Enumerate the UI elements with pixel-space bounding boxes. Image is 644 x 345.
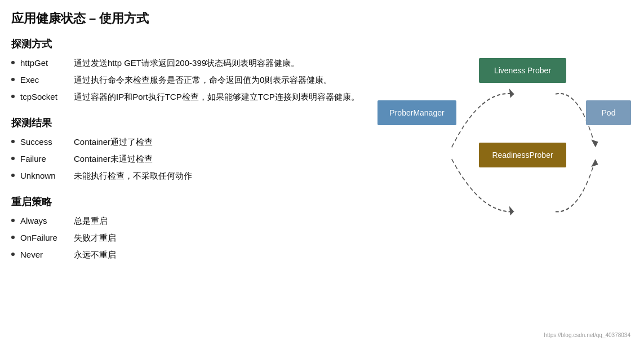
bullet-dot xyxy=(11,157,15,160)
item-key: Always xyxy=(20,214,74,228)
list-item: httpGet 通过发送http GET请求返回200-399状态码则表明容器健… xyxy=(11,56,361,70)
bullet-dot xyxy=(11,253,15,256)
item-desc: 通过容器的IP和Port执行TCP检查，如果能够建立TCP连接则表明容器健康。 xyxy=(74,90,361,104)
item-key: Failure xyxy=(20,152,74,166)
pod-box: Pod xyxy=(586,100,631,125)
list-item: OnFailure 失败才重启 xyxy=(11,231,361,245)
list-item: Failure Container未通过检查 xyxy=(11,152,361,166)
item-desc: Container未通过检查 xyxy=(74,152,361,166)
page-container: 应用健康状态 – 使用方式 探测方式 httpGet 通过发送http GET请… xyxy=(0,0,644,345)
liveness-prober-box: Liveness Prober xyxy=(479,58,566,83)
prober-manager-box: ProberManager xyxy=(377,100,456,125)
bullet-dot xyxy=(11,140,15,143)
left-panel: 应用健康状态 – 使用方式 探测方式 httpGet 通过发送http GET请… xyxy=(11,10,372,339)
bullet-dot xyxy=(11,95,15,98)
list-item: Always 总是重启 xyxy=(11,214,361,228)
svg-marker-2 xyxy=(591,139,598,147)
bullet-dot xyxy=(11,174,15,177)
detection-list: httpGet 通过发送http GET请求返回200-399状态码则表明容器健… xyxy=(11,56,361,104)
bullet-dot xyxy=(11,236,15,239)
item-desc: 通过发送http GET请求返回200-399状态码则表明容器健康。 xyxy=(74,56,361,70)
item-desc: 失败才重启 xyxy=(74,231,361,245)
item-desc: 永远不重启 xyxy=(74,248,361,262)
readiness-prober-box: ReadinessProber xyxy=(479,143,566,167)
item-desc: 总是重启 xyxy=(74,214,361,228)
list-item: Success Container通过了检查 xyxy=(11,135,361,149)
item-desc: 未能执行检查，不采取任何动作 xyxy=(74,169,361,183)
bullet-dot xyxy=(11,78,15,81)
watermark: https://blog.csdn.net/qq_40378034 xyxy=(544,332,630,338)
svg-marker-1 xyxy=(509,206,514,216)
list-item: Exec 通过执行命令来检查服务是否正常，命令返回值为0则表示容器健康。 xyxy=(11,73,361,87)
list-item: Unknown 未能执行检查，不采取任何动作 xyxy=(11,169,361,183)
section-detection-title: 探测方式 xyxy=(11,37,361,51)
item-desc: Container通过了检查 xyxy=(74,135,361,149)
item-key: Exec xyxy=(20,73,74,87)
result-list: Success Container通过了检查 Failure Container… xyxy=(11,135,361,183)
diagram-area: ProberManager Liveness Prober ReadinessP… xyxy=(372,10,633,339)
svg-marker-3 xyxy=(591,159,598,167)
list-item: Never 永远不重启 xyxy=(11,248,361,262)
main-title: 应用健康状态 – 使用方式 xyxy=(11,10,361,27)
bullet-dot xyxy=(11,61,15,64)
bullet-dot xyxy=(11,219,15,222)
restart-list: Always 总是重启 OnFailure 失败才重启 Never 永远不重启 xyxy=(11,214,361,262)
item-key: Success xyxy=(20,135,74,149)
item-key: Unknown xyxy=(20,169,74,183)
item-key: Never xyxy=(20,248,74,262)
svg-marker-0 xyxy=(509,89,514,98)
right-panel: ProberManager Liveness Prober ReadinessP… xyxy=(372,10,633,339)
item-desc: 通过执行命令来检查服务是否正常，命令返回值为0则表示容器健康。 xyxy=(74,73,361,87)
item-key: httpGet xyxy=(20,56,74,70)
list-item: tcpSocket 通过容器的IP和Port执行TCP检查，如果能够建立TCP连… xyxy=(11,90,361,104)
item-key: OnFailure xyxy=(20,231,74,245)
section-result-title: 探测结果 xyxy=(11,116,361,130)
item-key: tcpSocket xyxy=(20,90,74,104)
section-restart-title: 重启策略 xyxy=(11,195,361,209)
